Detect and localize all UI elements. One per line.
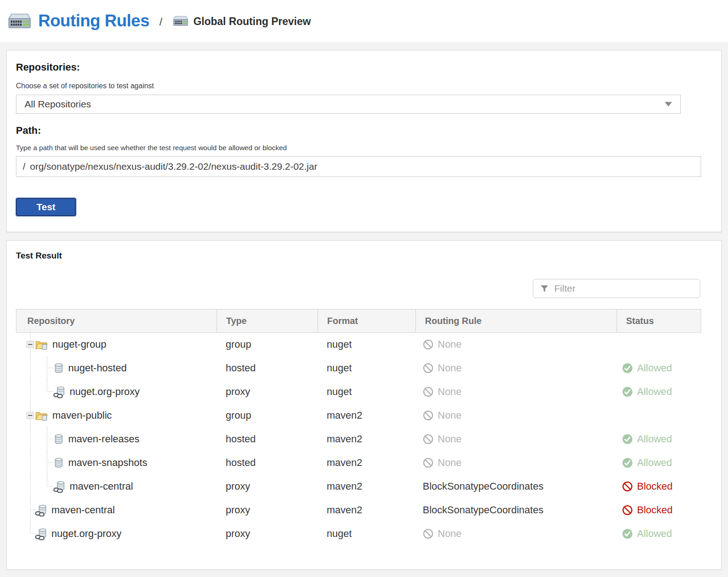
table-row[interactable]: maven-releases hosted maven2 None Allowe… xyxy=(16,427,701,451)
check-circle-icon xyxy=(622,386,633,397)
type-cell: group xyxy=(217,404,318,427)
column-header-format[interactable]: Format xyxy=(318,309,416,332)
table-row[interactable]: maven-snapshots hosted maven2 None Allow… xyxy=(16,451,701,475)
repository-cell: maven-central xyxy=(16,475,217,498)
path-help-text: Type a path that will be used see whethe… xyxy=(16,144,712,152)
routing-rule-cell: None xyxy=(415,380,617,404)
collapse-expander-icon[interactable] xyxy=(26,341,34,348)
results-table: Repository Type Format Routing Rule Stat… xyxy=(16,309,701,546)
format-cell: maven2 xyxy=(318,475,415,498)
column-header-status[interactable]: Status xyxy=(617,309,701,332)
ban-icon xyxy=(423,434,434,445)
format-cell: maven2 xyxy=(318,451,415,475)
repository-name: maven-central xyxy=(51,504,115,516)
breadcrumb-separator: / xyxy=(159,15,162,28)
path-prefix: / xyxy=(23,161,25,172)
table-row[interactable]: nuget-hosted hosted nuget None Allowed xyxy=(16,356,701,380)
table-row[interactable]: maven-central proxy maven2 BlockSonatype… xyxy=(16,475,701,498)
status-cell xyxy=(617,404,700,427)
routing-rule-cell: BlockSonatypeCoordinates xyxy=(415,475,617,498)
ban-icon xyxy=(423,528,434,539)
ban-icon xyxy=(622,481,633,492)
ban-icon xyxy=(423,363,434,374)
repository-cell: maven-public xyxy=(16,404,217,427)
type-cell: proxy xyxy=(217,498,318,522)
repositories-select-value: All Repositories xyxy=(25,99,91,110)
routing-rule-value: None xyxy=(438,528,462,540)
table-row[interactable]: maven-public group maven2 None xyxy=(16,404,701,427)
path-value: org/sonatype/nexus/nexus-audit/3.29.2-02… xyxy=(30,161,318,172)
filter-input[interactable]: Filter xyxy=(533,279,700,298)
tree-elbow xyxy=(47,380,53,392)
folder-group-icon xyxy=(35,410,48,421)
repository-name: maven-releases xyxy=(68,433,140,445)
status-cell: Allowed xyxy=(617,356,700,380)
table-row[interactable]: maven-central proxy maven2 BlockSonatype… xyxy=(16,498,701,522)
routing-rule-value: BlockSonatypeCoordinates xyxy=(423,481,543,492)
routing-rule-value: BlockSonatypeCoordinates xyxy=(423,504,543,516)
repository-cell: nuget.org-proxy xyxy=(16,522,217,546)
tree-elbow xyxy=(47,451,53,463)
test-form-panel: Repositories: Choose a set of repositori… xyxy=(6,50,722,232)
chevron-down-icon xyxy=(665,102,672,106)
format-cell: nuget xyxy=(318,356,415,380)
table-row[interactable]: nuget-group group nuget None xyxy=(16,333,701,356)
database-icon xyxy=(53,434,64,445)
proxy-database-icon xyxy=(35,504,47,516)
check-circle-icon xyxy=(622,363,633,374)
repository-name: nuget-hosted xyxy=(68,362,126,374)
status-cell: Allowed xyxy=(617,380,700,404)
tree-elbow xyxy=(47,475,53,486)
path-label: Path: xyxy=(16,125,712,137)
routing-rule-value: None xyxy=(438,339,462,350)
status-cell xyxy=(617,333,700,356)
column-header-repository[interactable]: Repository xyxy=(16,309,217,332)
repositories-select[interactable]: All Repositories xyxy=(16,95,681,114)
repository-name: maven-public xyxy=(52,410,112,421)
format-cell: maven2 xyxy=(318,404,415,427)
status-cell: Allowed xyxy=(617,522,700,546)
collapse-expander-icon[interactable] xyxy=(26,412,34,419)
status-value: Allowed xyxy=(637,362,672,374)
filter-funnel-icon xyxy=(540,284,549,294)
type-cell: hosted xyxy=(217,451,318,475)
type-cell: hosted xyxy=(217,356,318,380)
status-cell: Allowed xyxy=(617,427,700,451)
table-row[interactable]: nuget.org-proxy proxy nuget None Allowed xyxy=(16,522,701,546)
repository-cell: maven-central xyxy=(16,498,217,522)
routing-rule-cell: None xyxy=(415,356,617,380)
status-value: Allowed xyxy=(637,386,672,398)
format-cell: maven2 xyxy=(318,427,415,451)
folder-group-icon xyxy=(35,339,48,350)
breadcrumb-current: Global Routing Preview xyxy=(193,15,311,28)
type-cell: group xyxy=(217,333,318,356)
column-header-type[interactable]: Type xyxy=(217,309,318,332)
table-row[interactable]: nuget.org-proxy proxy nuget None Allowed xyxy=(16,380,701,404)
check-circle-icon xyxy=(622,528,633,539)
format-cell: maven2 xyxy=(318,498,415,522)
proxy-database-icon xyxy=(53,481,66,493)
format-cell: nuget xyxy=(318,333,415,356)
repository-name: nuget.org-proxy xyxy=(70,386,140,398)
routing-rule-value: None xyxy=(438,433,462,445)
repository-name: nuget-group xyxy=(52,339,106,350)
status-cell: Blocked xyxy=(617,475,700,498)
check-circle-icon xyxy=(622,457,633,468)
table-body: nuget-group group nuget None nuget-hoste… xyxy=(16,333,701,546)
tree-elbow xyxy=(30,498,36,510)
tree-elbow xyxy=(47,427,53,439)
routing-rule-cell: None xyxy=(415,427,617,451)
routing-rule-cell: None xyxy=(415,522,617,546)
column-header-routing-rule[interactable]: Routing Rule xyxy=(416,309,617,332)
breadcrumb: Routing Rules / Global Routing Preview xyxy=(0,0,728,42)
format-cell: nuget xyxy=(318,380,415,404)
proxy-database-icon xyxy=(53,386,66,398)
table-header: Repository Type Format Routing Rule Stat… xyxy=(16,309,701,333)
repository-cell: maven-snapshots xyxy=(16,451,217,475)
routing-rules-icon xyxy=(7,10,32,31)
ban-icon xyxy=(423,339,434,350)
test-button[interactable]: Test xyxy=(16,198,76,216)
ban-icon xyxy=(423,410,434,421)
path-input[interactable]: / org/sonatype/nexus/nexus-audit/3.29.2-… xyxy=(16,156,701,177)
page-title[interactable]: Routing Rules xyxy=(38,11,149,30)
